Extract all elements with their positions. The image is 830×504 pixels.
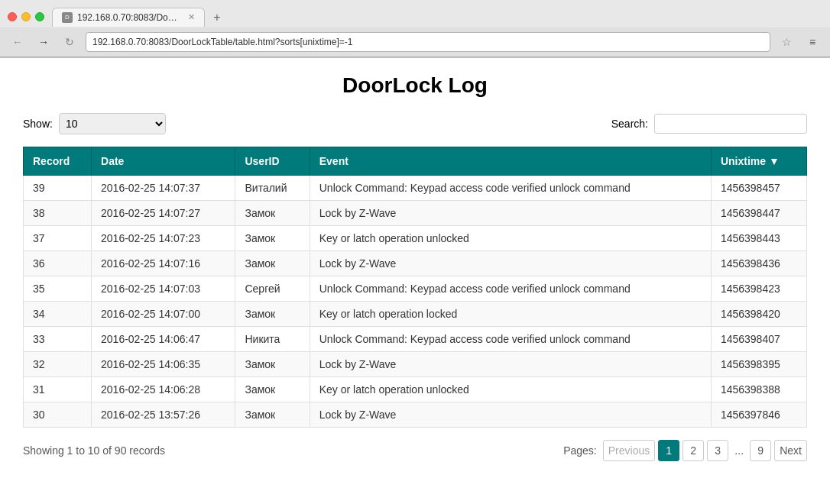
controls-row: Show: 10 25 50 100 Search: — [23, 113, 807, 134]
cell-event: Lock by Z-Wave — [310, 251, 711, 276]
cell-userid: Замок — [235, 201, 310, 226]
page-dots: ... — [731, 444, 747, 457]
cell-date: 2016-02-25 14:07:16 — [92, 251, 235, 276]
col-record[interactable]: Record — [24, 147, 92, 176]
traffic-lights — [8, 12, 44, 21]
new-tab-button[interactable]: + — [208, 8, 226, 27]
cell-userid: Сергей — [235, 276, 310, 302]
cell-event: Key or latch operation locked — [310, 302, 711, 327]
maximize-button[interactable] — [35, 12, 44, 21]
table-row: 322016-02-25 14:06:35ЗамокLock by Z-Wave… — [24, 352, 807, 377]
table-row: 332016-02-25 14:06:47НикитаUnlock Comman… — [24, 327, 807, 352]
cell-event: Key or latch operation unlocked — [310, 377, 711, 402]
search-label: Search: — [611, 118, 648, 130]
col-date[interactable]: Date — [92, 147, 235, 176]
pages-label: Pages: — [563, 444, 597, 457]
cell-unixtime: 1456398443 — [711, 226, 806, 251]
tab-favicon: D — [62, 12, 73, 23]
cell-unixtime: 1456398420 — [711, 302, 806, 327]
page-3-button[interactable]: 3 — [707, 440, 728, 461]
cell-userid: Замок — [235, 302, 310, 327]
nav-bar: ← → ↻ 192.168.0.70:8083/DoorLockTable/ta… — [0, 27, 830, 57]
cell-userid: Замок — [235, 402, 310, 428]
cell-record: 34 — [24, 302, 92, 327]
cell-userid: Замок — [235, 251, 310, 276]
cell-unixtime: 1456397846 — [711, 402, 806, 428]
cell-userid: Никита — [235, 327, 310, 352]
cell-record: 36 — [24, 251, 92, 276]
cell-date: 2016-02-25 14:07:23 — [92, 226, 235, 251]
close-button[interactable] — [8, 12, 17, 21]
table-row: 382016-02-25 14:07:27ЗамокLock by Z-Wave… — [24, 201, 807, 226]
active-tab[interactable]: D 192.168.0.70:8083/DoorLo... ✕ — [52, 8, 205, 27]
page-1-button[interactable]: 1 — [658, 440, 679, 461]
minimize-button[interactable] — [21, 12, 31, 21]
cell-record: 37 — [24, 226, 92, 251]
cell-record: 38 — [24, 201, 92, 226]
cell-event: Unlock Command: Keypad access code verif… — [310, 176, 711, 201]
cell-record: 35 — [24, 276, 92, 302]
cell-date: 2016-02-25 14:06:35 — [92, 352, 235, 377]
cell-date: 2016-02-25 14:07:03 — [92, 276, 235, 302]
cell-event: Unlock Command: Keypad access code verif… — [310, 276, 711, 302]
col-userid[interactable]: UserID — [235, 147, 310, 176]
show-control: Show: 10 25 50 100 — [23, 113, 166, 134]
table-row: 362016-02-25 14:07:16ЗамокLock by Z-Wave… — [24, 251, 807, 276]
table-row: 342016-02-25 14:07:00ЗамокKey or latch o… — [24, 302, 807, 327]
search-control: Search: — [611, 114, 807, 134]
forward-button[interactable]: → — [34, 32, 53, 52]
cell-event: Lock by Z-Wave — [310, 402, 711, 428]
tab-close-icon[interactable]: ✕ — [188, 12, 195, 22]
cell-record: 39 — [24, 176, 92, 201]
address-bar[interactable]: 192.168.0.70:8083/DoorLockTable/table.ht… — [86, 32, 770, 52]
back-button[interactable]: ← — [8, 32, 28, 52]
table-row: 352016-02-25 14:07:03СергейUnlock Comman… — [24, 276, 807, 302]
cell-userid: Замок — [235, 352, 310, 377]
showing-text: Showing 1 to 10 of 90 records — [23, 444, 165, 457]
cell-date: 2016-02-25 14:06:28 — [92, 377, 235, 402]
show-select[interactable]: 10 25 50 100 — [59, 113, 166, 134]
table-row: 312016-02-25 14:06:28ЗамокKey or latch o… — [24, 377, 807, 402]
cell-record: 33 — [24, 327, 92, 352]
cell-date: 2016-02-25 14:07:37 — [92, 176, 235, 201]
page-2-button[interactable]: 2 — [682, 440, 704, 461]
cell-userid: Виталий — [235, 176, 310, 201]
cell-unixtime: 1456398423 — [711, 276, 806, 302]
tab-bar: D 192.168.0.70:8083/DoorLo... ✕ + — [52, 8, 822, 27]
title-bar: D 192.168.0.70:8083/DoorLo... ✕ + — [0, 0, 830, 27]
cell-date: 2016-02-25 13:57:26 — [92, 402, 235, 428]
menu-icon[interactable]: ≡ — [802, 32, 822, 52]
page-9-button[interactable]: 9 — [750, 440, 771, 461]
browser-chrome: D 192.168.0.70:8083/DoorLo... ✕ + ← → ↻ … — [0, 0, 830, 58]
table-row: 302016-02-25 13:57:26ЗамокLock by Z-Wave… — [24, 402, 807, 428]
cell-record: 31 — [24, 377, 92, 402]
refresh-button[interactable]: ↻ — [60, 32, 79, 52]
cell-unixtime: 1456398388 — [711, 377, 806, 402]
prev-button[interactable]: Previous — [603, 440, 655, 461]
table-row: 392016-02-25 14:07:37ВиталийUnlock Comma… — [24, 176, 807, 201]
next-button[interactable]: Next — [774, 440, 807, 461]
bookmark-icon[interactable]: ☆ — [777, 32, 796, 52]
cell-date: 2016-02-25 14:07:00 — [92, 302, 235, 327]
table-body: 392016-02-25 14:07:37ВиталийUnlock Comma… — [24, 176, 807, 428]
table-row: 372016-02-25 14:07:23ЗамокKey or latch o… — [24, 226, 807, 251]
page-content: DoorLock Log Show: 10 25 50 100 Search: … — [0, 58, 830, 504]
search-input[interactable] — [654, 114, 807, 134]
table-footer: Showing 1 to 10 of 90 records Pages: Pre… — [23, 440, 807, 461]
data-table: Record Date UserID Event Unixtime ▼ 3920… — [23, 147, 807, 428]
cell-record: 30 — [24, 402, 92, 428]
cell-unixtime: 1456398395 — [711, 352, 806, 377]
cell-event: Lock by Z-Wave — [310, 352, 711, 377]
col-unixtime[interactable]: Unixtime ▼ — [711, 147, 806, 176]
col-event[interactable]: Event — [310, 147, 711, 176]
cell-date: 2016-02-25 14:07:27 — [92, 201, 235, 226]
pagination: Pages: Previous 1 2 3 ... 9 Next — [563, 440, 807, 461]
tab-title: 192.168.0.70:8083/DoorLo... — [77, 12, 180, 23]
cell-userid: Замок — [235, 226, 310, 251]
table-header: Record Date UserID Event Unixtime ▼ — [24, 147, 807, 176]
cell-unixtime: 1456398457 — [711, 176, 806, 201]
cell-event: Unlock Command: Keypad access code verif… — [310, 327, 711, 352]
cell-date: 2016-02-25 14:06:47 — [92, 327, 235, 352]
cell-record: 32 — [24, 352, 92, 377]
cell-unixtime: 1456398447 — [711, 201, 806, 226]
